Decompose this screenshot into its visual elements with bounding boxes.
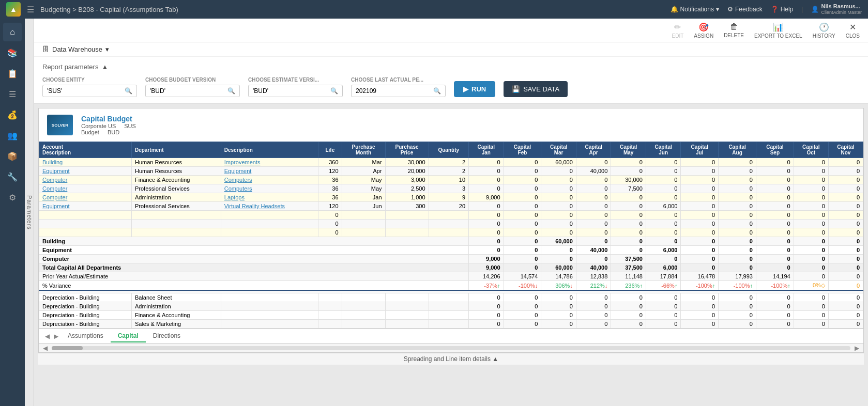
last-actual-label: CHOOSE LAST ACTUAL PE... (351, 77, 446, 83)
report-title-block: Capital Budget Corporate US SUS Budget B… (81, 115, 136, 135)
assign-icon: 🎯 (698, 22, 709, 32)
edit-icon: ✏ (674, 22, 681, 32)
run-icon: ▶ (463, 85, 468, 93)
scroll-right-icon[interactable]: ▶ (855, 345, 859, 352)
entity-input-wrapper: 🔍 (42, 85, 137, 97)
tab-prev-button[interactable]: ◀ (43, 333, 52, 340)
last-actual-input[interactable] (356, 87, 433, 95)
data-warehouse-selector[interactable]: 🗄 Data Warehouse ▾ (42, 45, 109, 53)
col-life: Life (318, 142, 342, 158)
chevron-up-icon: ▲ (101, 63, 108, 71)
estimate-version-label: CHOOSE ESTIMATE VERSI... (248, 77, 343, 83)
sidebar-item-list[interactable]: ☰ (3, 85, 22, 103)
entity-search-icon[interactable]: 🔍 (125, 87, 132, 95)
report-container: SOLVER Capital Budget Corporate US SUS B… (38, 108, 864, 353)
table-row: 0 000 000 000 00 (39, 220, 863, 228)
history-button[interactable]: 🕐 HISTORY (813, 22, 835, 39)
variance-row: % Variance -37%↑ -100%↓ 306%↓ 212%↓ 236%… (39, 281, 863, 291)
table-row: Depreciation - Building Sales & Marketin… (39, 320, 863, 329)
subtotal-row: Computer 9,0000 00 37,5000 00 000 (39, 255, 863, 263)
table-row: Computer Administration Laptops 36 Jan 1… (39, 193, 863, 202)
main-content: ✏ EDIT 🎯 ASSIGN 🗑 DELETE 📊 EXPORT TO EXC… (34, 19, 868, 406)
tab-next-button[interactable]: ▶ (52, 333, 60, 340)
history-icon: 🕐 (819, 22, 829, 32)
assign-button[interactable]: 🎯 ASSIGN (694, 22, 713, 39)
entity-param: CHOOSE ENTITY 🔍 (42, 77, 137, 97)
account-cell[interactable]: Building (39, 158, 132, 167)
sidebar-item-reports[interactable]: 📚 (3, 43, 22, 62)
col-apr: CapitalApr (576, 142, 611, 158)
dept-cell: Human Resources (131, 158, 221, 167)
parameters-sidebar-tab[interactable]: Parameters (25, 19, 34, 406)
scroll-thumb[interactable] (52, 346, 83, 350)
chevron-down-icon: ▾ (105, 45, 109, 53)
help-button[interactable]: ❓ Help (771, 6, 794, 13)
divider: | (801, 6, 803, 13)
entity-label: CHOOSE ENTITY (42, 77, 137, 83)
tab-directions[interactable]: Directions (146, 330, 188, 342)
save-data-button[interactable]: 💾 SAVE DATA (504, 81, 568, 97)
database-icon: 🗄 (42, 45, 49, 53)
data-warehouse-bar: 🗄 Data Warehouse ▾ (34, 42, 868, 57)
sidebar-item-settings[interactable]: ⚙ (3, 188, 22, 207)
col-jun: CapitalJun (646, 142, 681, 158)
estimate-version-input[interactable] (253, 87, 330, 95)
trash-icon: 🗑 (730, 22, 738, 32)
budget-version-search-icon[interactable]: 🔍 (227, 87, 235, 95)
user-menu[interactable]: 👤 Nils Rasmus... ClientAdmin Master (811, 3, 862, 15)
col-jan: CapitalJan (469, 142, 504, 158)
bell-icon: 🔔 (671, 6, 678, 13)
scroll-left-icon[interactable]: ◀ (43, 345, 48, 352)
horizontal-scrollbar[interactable]: ◀ ▶ (39, 343, 863, 352)
report-area[interactable]: SOLVER Capital Budget Corporate US SUS B… (34, 104, 868, 406)
table-row: Equipment Human Resources Equipment 120 … (39, 167, 863, 176)
sidebar-item-tools[interactable]: 🔧 (3, 167, 22, 186)
table-row: Computer Professional Services Computers… (39, 184, 863, 193)
budget-label: Budget (81, 129, 99, 135)
run-button[interactable]: ▶ RUN (454, 81, 495, 97)
entity-input[interactable] (47, 87, 125, 95)
close-icon: ✕ (849, 22, 856, 32)
col-mar: CapitalMar (541, 142, 576, 158)
budget-version-input[interactable] (150, 87, 227, 95)
solver-logo: SOLVER (47, 115, 73, 135)
edit-button[interactable]: ✏ EDIT (672, 22, 684, 39)
col-may: CapitalMay (611, 142, 646, 158)
scroll-track[interactable] (52, 346, 850, 350)
sidebar-item-users[interactable]: 👥 (3, 126, 22, 145)
col-oct: CapitalOct (794, 142, 828, 158)
parameters-header[interactable]: Report parameters ▲ (42, 63, 860, 71)
top-navigation: ☰ Budgeting > B208 - Capital (Assumption… (0, 0, 868, 19)
tab-capital[interactable]: Capital (111, 330, 146, 342)
breadcrumb: Budgeting > B208 - Capital (Assumptions … (40, 6, 664, 13)
user-icon: 👤 (811, 6, 819, 13)
sidebar-item-budget[interactable]: 💰 (3, 105, 22, 124)
bottom-tabs: ◀ ▶ Assumptions Capital Directions (39, 329, 863, 343)
sidebar-item-packages[interactable]: 📦 (3, 147, 22, 165)
tab-assumptions[interactable]: Assumptions (60, 330, 111, 342)
hamburger-menu[interactable]: ☰ (27, 5, 34, 14)
sidebar-item-tasks[interactable]: 📋 (3, 64, 22, 83)
feedback-button[interactable]: ⚙ Feedback (727, 6, 763, 13)
notifications-button[interactable]: 🔔 Notifications ▾ (671, 6, 719, 13)
spreading-bar[interactable]: Spreading and Line item details ▲ (38, 353, 864, 365)
desc-cell[interactable]: Improvements (221, 158, 318, 167)
report-header: SOLVER Capital Budget Corporate US SUS B… (39, 108, 863, 142)
left-sidebar: ⌂ 📚 📋 ☰ 💰 👥 📦 🔧 ⚙ (0, 19, 25, 406)
last-actual-search-icon[interactable]: 🔍 (433, 87, 441, 95)
sidebar-item-home[interactable]: ⌂ (3, 23, 22, 41)
toolbar: ✏ EDIT 🎯 ASSIGN 🗑 DELETE 📊 EXPORT TO EXC… (34, 19, 868, 42)
col-aug: CapitalAug (719, 142, 756, 158)
col-dept: Department (131, 142, 221, 158)
app-logo (6, 2, 21, 17)
budget-version-param: CHOOSE BUDGET VERSION 🔍 (145, 77, 240, 97)
col-nov: CapitalNov (828, 142, 863, 158)
delete-button[interactable]: 🗑 DELETE (724, 22, 744, 38)
table-row: 0 000 000 000 00 (39, 228, 863, 237)
total-row: Total Capital All Departments 9,0000 60,… (39, 263, 863, 272)
export-excel-button[interactable]: 📊 EXPORT TO EXCEL (754, 22, 802, 39)
table-row: Depreciation - Building Administration 0… (39, 302, 863, 311)
close-button[interactable]: ✕ CLOS (846, 22, 860, 39)
feedback-icon: ⚙ (727, 6, 733, 13)
estimate-version-search-icon[interactable]: 🔍 (330, 87, 338, 95)
